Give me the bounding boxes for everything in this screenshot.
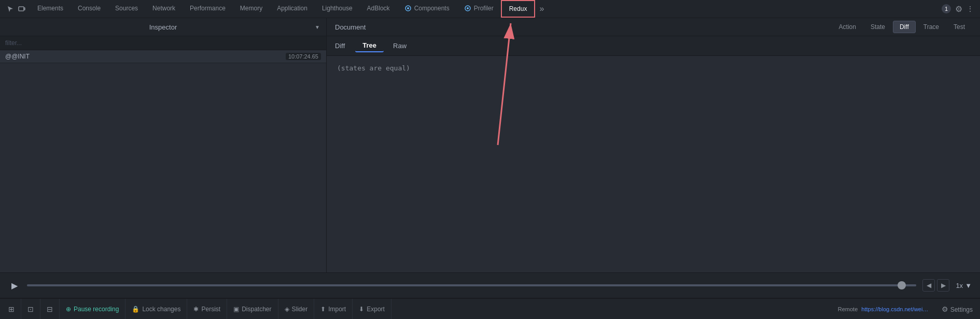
tab-performance[interactable]: Performance xyxy=(183,0,233,18)
document-title: Document xyxy=(335,23,366,31)
tab-test[interactable]: Test xyxy=(947,21,972,33)
more-tabs-button[interactable]: » xyxy=(535,4,548,13)
layout-btn-1[interactable]: ⊞ xyxy=(2,299,21,319)
playback-slider-container xyxy=(27,284,916,286)
remote-link[interactable]: Remote https://blog.csdn.net/weixin_5140… xyxy=(833,303,936,315)
responsive-icon[interactable] xyxy=(18,5,26,13)
top-tabs: Elements Console Sources Network Perform… xyxy=(30,0,548,18)
tab-lighthouse[interactable]: Lighthouse xyxy=(315,0,360,18)
remote-label: Remote xyxy=(838,306,858,312)
tab-adblock[interactable]: AdBlock xyxy=(360,0,397,18)
devtools-settings-icon[interactable]: ⚙ xyxy=(955,4,962,14)
notification-badge: 1 xyxy=(942,4,951,13)
inspector-title: Inspector xyxy=(149,23,177,31)
tab-trace[interactable]: Trace xyxy=(917,21,946,33)
tab-components[interactable]: Components xyxy=(397,0,457,18)
filter-input[interactable] xyxy=(0,36,326,50)
svg-point-5 xyxy=(467,7,469,9)
action-name: @@INIT xyxy=(5,53,30,60)
doc-tabs: Action State Diff Trace Test xyxy=(832,21,972,33)
diff-equal-text: (states are equal) xyxy=(337,64,410,72)
pause-recording-icon: ⊕ xyxy=(66,306,71,313)
dispatcher-icon: ▣ xyxy=(233,306,239,313)
export-icon: ⬇ xyxy=(359,306,364,313)
diff-content: (states are equal) xyxy=(327,56,980,272)
action-list: @@INIT 10:07:24.65 xyxy=(0,50,326,272)
play-button[interactable]: ▶ xyxy=(8,279,21,292)
speed-select[interactable]: 1x ▼ xyxy=(956,282,972,289)
svg-rect-1 xyxy=(24,8,25,10)
export-button[interactable]: ⬇ Export xyxy=(353,299,391,319)
next-button[interactable]: ▶ xyxy=(937,279,949,292)
tab-elements[interactable]: Elements xyxy=(30,0,71,18)
tab-action[interactable]: Action xyxy=(832,21,863,33)
slider-icon: ◈ xyxy=(285,306,289,313)
remote-url: https://blog.csdn.net/weixin_51408234 xyxy=(861,306,936,312)
persist-label: Persist xyxy=(201,306,220,313)
playback-slider[interactable] xyxy=(27,284,916,286)
action-item[interactable]: @@INIT 10:07:24.65 xyxy=(0,50,326,63)
document-header: Document Action State Diff Trace Test xyxy=(327,18,980,36)
prev-button[interactable]: ◀ xyxy=(922,279,935,292)
document-panel: Document Action State Diff Trace Test Di… xyxy=(327,18,980,272)
import-label: Import xyxy=(328,306,346,313)
devtools-more-icon[interactable]: ⋮ xyxy=(967,5,974,13)
tab-network[interactable]: Network xyxy=(145,0,183,18)
inspector-header: Inspector ▼ xyxy=(0,18,326,36)
playback-bar: ▶ ◀ ▶ 1x ▼ xyxy=(0,272,980,298)
tab-console[interactable]: Console xyxy=(71,0,108,18)
playback-nav: ◀ ▶ xyxy=(922,279,949,292)
tab-state[interactable]: State xyxy=(864,21,892,33)
lock-changes-label: Lock changes xyxy=(142,306,180,313)
persist-icon: ✱ xyxy=(193,306,199,313)
inspector-dropdown-icon[interactable]: ▼ xyxy=(315,24,320,30)
top-bar: Elements Console Sources Network Perform… xyxy=(0,0,980,18)
slider-button[interactable]: ◈ Slider xyxy=(278,299,315,319)
persist-button[interactable]: ✱ Persist xyxy=(187,299,227,319)
tab-sources[interactable]: Sources xyxy=(108,0,145,18)
subtab-tree[interactable]: Tree xyxy=(355,39,384,52)
tab-diff[interactable]: Diff xyxy=(893,21,916,33)
tab-memory[interactable]: Memory xyxy=(233,0,270,18)
content-area: Inspector ▼ @@INIT 10:07:24.65 Document … xyxy=(0,18,980,319)
diff-subtabs-bar: Diff Tree Raw xyxy=(327,36,980,56)
playback-track xyxy=(27,284,916,286)
devtools-icons xyxy=(2,5,30,13)
import-button[interactable]: ⬆ Import xyxy=(314,299,353,319)
pause-recording-label: Pause recording xyxy=(74,306,119,313)
cursor-icon[interactable] xyxy=(6,5,15,13)
settings-label: Settings xyxy=(950,306,973,313)
dispatcher-button[interactable]: ▣ Dispatcher xyxy=(227,299,278,319)
tab-application[interactable]: Application xyxy=(270,0,315,18)
layout-btn-2[interactable]: ⊡ xyxy=(21,299,40,319)
settings-button[interactable]: ⚙ Settings xyxy=(936,302,978,316)
svg-point-3 xyxy=(407,7,409,9)
pause-recording-button[interactable]: ⊕ Pause recording xyxy=(60,299,125,319)
export-label: Export xyxy=(367,306,385,313)
bottom-bar: ⊞ ⊡ ⊟ ⊕ Pause recording 🔒 Lock changes ✱… xyxy=(0,298,980,319)
action-time: 10:07:24.65 xyxy=(286,53,321,60)
subtab-raw[interactable]: Raw xyxy=(386,40,414,52)
dispatcher-label: Dispatcher xyxy=(242,306,271,313)
tab-redux[interactable]: Redux xyxy=(501,0,536,18)
panels-row: Inspector ▼ @@INIT 10:07:24.65 Document … xyxy=(0,18,980,272)
top-bar-right: 1 ⚙ ⋮ xyxy=(937,4,978,14)
playback-thumb[interactable] xyxy=(898,281,906,289)
svg-rect-0 xyxy=(19,7,24,11)
slider-label: Slider xyxy=(292,306,308,313)
lock-icon: 🔒 xyxy=(132,306,139,313)
lock-changes-button[interactable]: 🔒 Lock changes xyxy=(125,299,187,319)
layout-btn-3[interactable]: ⊟ xyxy=(40,299,60,319)
diff-label: Diff xyxy=(331,42,345,50)
profiler-icon xyxy=(464,5,471,12)
settings-gear-icon: ⚙ xyxy=(942,305,948,313)
tab-profiler[interactable]: Profiler xyxy=(457,0,501,18)
inspector-panel: Inspector ▼ @@INIT 10:07:24.65 xyxy=(0,18,327,272)
components-icon xyxy=(404,5,412,12)
import-icon: ⬆ xyxy=(320,306,326,313)
